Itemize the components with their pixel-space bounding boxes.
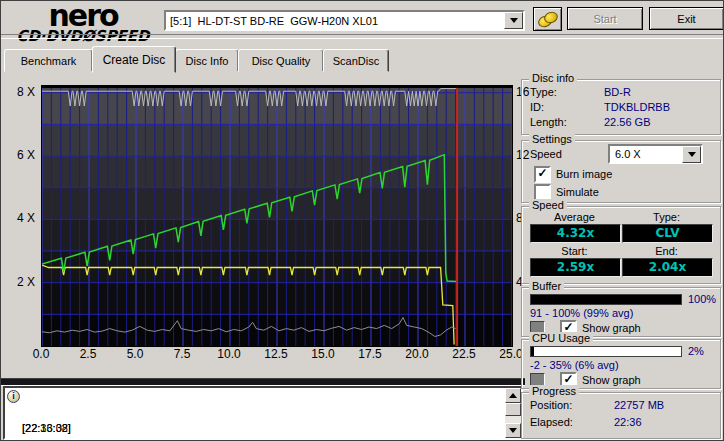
tab-benchmark[interactable]: Benchmark [4, 49, 93, 72]
drive-select-dropdown-button[interactable] [504, 12, 523, 29]
simulate-label: Simulate [556, 186, 599, 198]
speed-select[interactable]: 6.0 X [608, 144, 703, 164]
panel-title: Disc info [529, 72, 577, 84]
position-value: 22757 MB [614, 399, 664, 411]
y-axis-left-tick: 8 X [5, 85, 35, 99]
speed-type-value: CLV [622, 224, 713, 243]
arrow-up-icon [509, 389, 517, 398]
disc-length-label: Length: [530, 116, 567, 128]
tab-disc-info[interactable]: Disc Info [175, 49, 239, 72]
panel-title: Speed [529, 199, 567, 211]
x-axis-tick: 12.5 [258, 347, 294, 361]
log-scrollbar[interactable] [505, 388, 521, 438]
speed-panel: Speed Average Type: 4.32x CLV Start: End… [521, 206, 721, 284]
speed-select-value: 6.0 X [610, 148, 682, 160]
drive-select[interactable]: [5:1] HL-DT-ST BD-RE GGW-H20N XL01 [164, 10, 525, 31]
chevron-down-icon [688, 152, 696, 161]
discs-icon [538, 12, 558, 27]
start-speed-label: Start: [530, 245, 619, 257]
cpu-show-graph-label: Show graph [582, 374, 641, 386]
y-axis-left-tick: 6 X [5, 148, 35, 162]
app-window: nero CD·DVDØSPEED [5:1] HL-DT-ST BD-RE G… [0, 0, 724, 441]
tab-label: Create Disc [103, 53, 166, 67]
elapsed-label: Elapsed: [530, 416, 573, 428]
scroll-up-button[interactable] [505, 388, 521, 403]
x-axis-tick: 17.5 [352, 347, 388, 361]
arrow-down-icon [509, 428, 517, 437]
burn-image-label: Burn image [556, 168, 612, 180]
log-row: i [22:13:32] Writing image file 'MyISO.i… [5, 388, 521, 404]
tab-disc-quality[interactable]: Disc Quality [238, 49, 324, 72]
settings-panel: Settings Speed 6.0 X ✓ Burn image Simula… [521, 140, 721, 203]
tab-create-disc[interactable]: Create Disc [92, 46, 176, 73]
cpu-panel: CPU Usage 2% -2 - 35% (6% avg) ✓ Show gr… [521, 339, 721, 389]
x-axis-tick: 2.5 [70, 347, 106, 361]
tab-label: Benchmark [21, 55, 77, 67]
event-log: i [22:13:32] Writing image file 'MyISO.i… [3, 386, 523, 440]
panel-title: Progress [529, 385, 579, 397]
log-separator [1, 378, 525, 386]
panel-title: Buffer [529, 280, 564, 292]
scroll-down-button[interactable] [505, 423, 521, 438]
scrollbar-thumb[interactable] [505, 403, 521, 416]
log-timestamp: [22:36:08] [22, 436, 71, 441]
tab-label: Disc Info [186, 55, 229, 67]
log-row: [22:36:08] Elapsed Time: 22:36 [5, 420, 521, 436]
buffer-range: 91 - 100% (99% avg) [530, 307, 633, 319]
disc-type-value: BD-R [604, 86, 631, 98]
x-axis-tick: 10.0 [211, 347, 247, 361]
info-icon: i [7, 390, 20, 403]
exit-button-label: Exit [677, 13, 695, 25]
cpu-percent: 2% [688, 345, 704, 357]
chevron-down-icon [510, 18, 518, 27]
log-row: [22:36:08] Speed:3 X CLV (4.32 X average… [5, 404, 521, 420]
y-axis-left-tick: 4 X [5, 211, 35, 225]
start-button-label: Start [593, 13, 616, 25]
elapsed-value: 22:36 [614, 416, 642, 428]
y-axis-left-tick: 2 X [5, 275, 35, 289]
buffer-percent: 100% [688, 293, 716, 305]
disc-id-value: TDKBLDRBB [604, 101, 670, 113]
panel-title: Settings [529, 133, 575, 145]
drive-select-value: [5:1] HL-DT-ST BD-RE GGW-H20N XL01 [166, 15, 504, 27]
end-speed-value: 2.04x [622, 258, 713, 277]
x-axis-tick: 15.0 [305, 347, 341, 361]
progress-panel: Progress Position: 22757 MB Elapsed: 22:… [521, 392, 721, 439]
buffer-panel: Buffer 100% 91 - 100% (99% avg) ✓ Show g… [521, 287, 721, 337]
burn-speed-chart: 8 X6 X4 X2 X1612840.02.55.07.510.012.515… [1, 73, 517, 373]
toolbar-separator [1, 34, 724, 39]
log-message: Speed:3 X CLV (4.32 X average) [87, 436, 247, 441]
tab-scandisc[interactable]: ScanDisc [323, 49, 389, 72]
cpu-meter [530, 346, 682, 357]
panel-title: CPU Usage [529, 332, 593, 344]
tab-label: ScanDisc [333, 55, 379, 67]
x-axis-tick: 22.5 [446, 347, 482, 361]
start-speed-value: 2.59x [530, 258, 621, 277]
disc-id-label: ID: [530, 101, 544, 113]
burn-options-button[interactable] [533, 7, 562, 31]
start-button[interactable]: Start [567, 7, 643, 30]
position-label: Position: [530, 399, 572, 411]
disc-type-label: Type: [530, 86, 557, 98]
chart-canvas [42, 88, 512, 346]
tab-label: Disc Quality [252, 55, 311, 67]
x-axis-tick: 0.0 [23, 347, 59, 361]
average-speed-label: Average [530, 211, 619, 223]
average-speed-value: 4.32x [530, 224, 621, 243]
cpu-range: -2 - 35% (6% avg) [530, 359, 619, 371]
disc-info-panel: Disc info Type: BD-R ID: TDKBLDRBB Lengt… [521, 79, 721, 135]
chart-plot-area [41, 85, 513, 347]
speed-setting-label: Speed [530, 148, 562, 160]
speed-select-dropdown-button[interactable] [682, 146, 701, 163]
end-speed-label: End: [622, 245, 711, 257]
burn-image-checkbox[interactable]: ✓ [534, 166, 551, 183]
speed-type-label: Type: [622, 211, 711, 223]
x-axis-tick: 20.0 [399, 347, 435, 361]
x-axis-tick: 5.0 [117, 347, 153, 361]
buffer-meter [530, 294, 682, 305]
exit-button[interactable]: Exit [649, 7, 724, 30]
disc-length-value: 22.56 GB [604, 116, 650, 128]
x-axis-tick: 7.5 [164, 347, 200, 361]
